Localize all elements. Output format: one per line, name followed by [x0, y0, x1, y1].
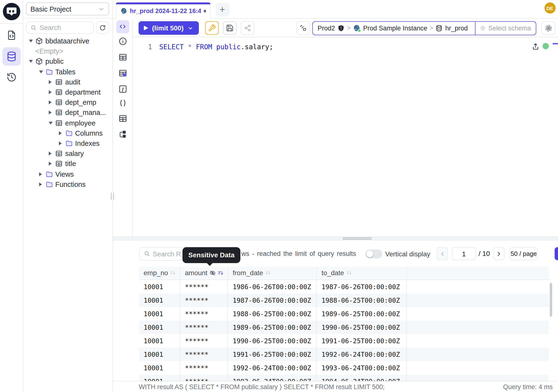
- batch-query-button[interactable]: [296, 21, 310, 35]
- tree-item-department[interactable]: department: [23, 87, 112, 97]
- splitter-handle-icon[interactable]: [342, 237, 371, 239]
- table-cell[interactable]: 10001: [139, 280, 180, 293]
- run-query-button[interactable]: (limit 500): [139, 21, 199, 35]
- strip-schema-diagram-button[interactable]: [116, 127, 129, 140]
- new-tab-button[interactable]: +: [216, 3, 229, 17]
- vertical-display-toggle[interactable]: [366, 249, 382, 258]
- prev-page-button[interactable]: [437, 247, 448, 260]
- table-cell[interactable]: 1993-06-24T00:00:00Z: [228, 374, 317, 381]
- caret-right-icon[interactable]: [39, 172, 45, 176]
- strip-procedures-button[interactable]: [116, 96, 129, 110]
- caret-right-icon[interactable]: [49, 80, 55, 84]
- format-sql-button[interactable]: [205, 21, 219, 35]
- column-header-emp-no[interactable]: emp_no: [139, 266, 180, 279]
- connection-breadcrumb[interactable]: Prod2 > Prod Sample Instance > hr_prod S…: [312, 21, 536, 35]
- caret-down-icon[interactable]: [49, 122, 55, 124]
- refresh-button[interactable]: [96, 21, 109, 34]
- caret-right-icon[interactable]: [59, 131, 65, 135]
- tree-item-dept-emp[interactable]: dept_emp: [23, 97, 112, 107]
- page-size-select[interactable]: 50 / page: [510, 247, 538, 260]
- table-cell[interactable]: 1990-06-25T00:00:00Z: [228, 334, 317, 347]
- table-cell[interactable]: 10001: [139, 307, 180, 320]
- avatar[interactable]: DE: [544, 2, 555, 14]
- table-cell[interactable]: 10001: [139, 374, 180, 381]
- table-cell[interactable]: 1994-06-24T00:00:00Z: [317, 374, 407, 381]
- tree-item-public[interactable]: public: [23, 56, 112, 67]
- table-cell[interactable]: 1986-06-26T00:00:00Z: [228, 280, 317, 293]
- tree-item-empty[interactable]: <Empty>: [23, 46, 112, 56]
- rail-worksheets-button[interactable]: [2, 26, 20, 44]
- table-cell[interactable]: ******: [180, 347, 228, 361]
- strip-code-button[interactable]: [116, 20, 129, 33]
- table-cell[interactable]: ******: [180, 320, 228, 334]
- table-cell[interactable]: 1988-06-25T00:00:00Z: [228, 307, 317, 320]
- table-cell[interactable]: 1987-06-26T00:00:00Z: [317, 280, 407, 293]
- tree-item-bbdataarchive[interactable]: bbdataarchive: [23, 36, 112, 46]
- table-cell[interactable]: 10001: [139, 334, 180, 347]
- table-cell[interactable]: 1991-06-25T00:00:00Z: [317, 334, 407, 347]
- strip-info-button[interactable]: [116, 35, 129, 48]
- table-cell[interactable]: 1992-06-24T00:00:00Z: [228, 361, 317, 374]
- save-sheet-button[interactable]: [223, 21, 236, 35]
- column-header-amount[interactable]: amount: [180, 266, 228, 279]
- next-page-button[interactable]: [493, 247, 504, 260]
- table-cell[interactable]: 10001: [139, 361, 180, 374]
- tree-item-views[interactable]: Views: [23, 169, 112, 179]
- column-header-to-date[interactable]: to_date: [317, 266, 407, 279]
- tree-item-audit[interactable]: audit: [23, 77, 112, 87]
- table-cell[interactable]: 10001: [139, 320, 180, 334]
- strip-tables-button[interactable]: [116, 51, 129, 63]
- table-cell[interactable]: ******: [180, 307, 228, 320]
- upload-icon[interactable]: [532, 43, 540, 51]
- caret-right-icon[interactable]: [49, 90, 55, 94]
- caret-down-icon[interactable]: [39, 70, 45, 73]
- table-cell[interactable]: 1992-06-24T00:00:00Z: [317, 347, 407, 361]
- caret-down-icon[interactable]: [29, 60, 35, 63]
- tree-item-indexes[interactable]: Indexes: [23, 138, 112, 148]
- export-button[interactable]: [555, 247, 558, 260]
- table-cell[interactable]: 10001: [139, 347, 180, 361]
- strip-functions-button[interactable]: f: [116, 82, 129, 95]
- table-cell[interactable]: 10001: [139, 293, 180, 307]
- caret-right-icon[interactable]: [39, 182, 45, 186]
- connection-context[interactable]: Prod2 > Prod Sample Instance > hr_prod: [313, 21, 475, 35]
- strip-sequences-button[interactable]: [116, 112, 129, 125]
- table-cell[interactable]: 1991-06-25T00:00:00Z: [228, 347, 317, 361]
- table-cell[interactable]: ******: [180, 374, 228, 381]
- tab-hr-prod[interactable]: hr_prod 2024-11-22 16:49: [116, 2, 210, 19]
- tree-item-tables[interactable]: Tables: [23, 67, 112, 77]
- table-cell[interactable]: ******: [180, 293, 228, 307]
- schema-search-input[interactable]: Search: [26, 21, 93, 34]
- caret-right-icon[interactable]: [49, 111, 55, 115]
- page-number-input[interactable]: 1: [452, 247, 476, 260]
- table-cell[interactable]: 1988-06-25T00:00:00Z: [317, 293, 407, 307]
- sidebar-resize-handle[interactable]: [111, 193, 114, 200]
- column-header-from-date[interactable]: from_date: [228, 266, 317, 279]
- schema-selector[interactable]: Select schema: [475, 21, 536, 35]
- rail-history-button[interactable]: [2, 68, 20, 87]
- caret-right-icon[interactable]: [49, 162, 55, 166]
- project-selector[interactable]: Basic Project: [26, 2, 109, 16]
- tree-item-employee[interactable]: employee: [23, 118, 112, 128]
- table-cell[interactable]: 1990-06-25T00:00:00Z: [317, 320, 407, 334]
- tree-item-functions[interactable]: Functions: [23, 179, 112, 189]
- caret-right-icon[interactable]: [49, 100, 55, 104]
- tree-item-columns[interactable]: Columns: [23, 128, 112, 138]
- table-cell[interactable]: 1987-06-26T00:00:00Z: [228, 293, 317, 307]
- table-cell[interactable]: 1989-06-25T00:00:00Z: [317, 307, 407, 320]
- share-button[interactable]: [241, 21, 254, 35]
- table-cell[interactable]: ******: [180, 334, 228, 347]
- table-cell[interactable]: ******: [180, 361, 228, 374]
- caret-right-icon[interactable]: [59, 141, 65, 145]
- table-cell[interactable]: ******: [180, 280, 228, 293]
- strip-external-tables-button[interactable]: [116, 66, 129, 79]
- rail-databases-button[interactable]: [2, 47, 20, 65]
- table-cell[interactable]: 1989-06-25T00:00:00Z: [228, 320, 317, 334]
- tree-item-dept-mana[interactable]: dept_mana...: [23, 108, 112, 118]
- sql-editor[interactable]: 1 SELECT * FROM public.salary;: [133, 37, 558, 236]
- table-cell[interactable]: 1993-06-24T00:00:00Z: [317, 361, 407, 374]
- ai-assistant-button[interactable]: [541, 21, 555, 35]
- results-scrollbar-thumb[interactable]: [549, 283, 552, 316]
- panel-splitter[interactable]: [113, 236, 558, 240]
- caret-right-icon[interactable]: [49, 152, 55, 156]
